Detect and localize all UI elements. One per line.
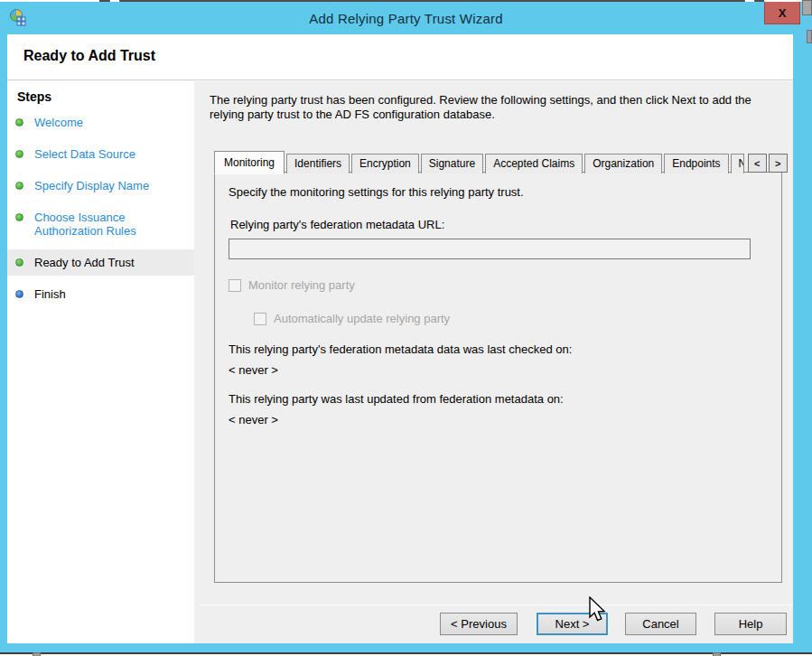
background-window-fragment — [802, 0, 812, 15]
step-done-icon — [15, 150, 23, 158]
step-done-icon — [15, 182, 23, 190]
window-title: Add Relying Party Trust Wizard — [0, 11, 812, 26]
step-done-icon — [15, 118, 23, 127]
last-checked-label: This relying party's federation metadata… — [229, 342, 572, 356]
tab-accepted-claims[interactable]: Accepted Claims — [485, 154, 583, 173]
wizard-dialog: Add Relying Party Trust Wizard X Ready t… — [0, 2, 812, 652]
page-title: Ready to Add Trust — [23, 48, 155, 64]
monitoring-intro: Specify the monitoring settings for this… — [229, 185, 524, 199]
tab-scroll-left-button[interactable]: < — [748, 154, 767, 173]
cancel-button[interactable]: Cancel — [625, 613, 696, 635]
monitor-relying-party-row: Monitor relying party — [229, 278, 355, 292]
step-label: Welcome — [34, 116, 83, 129]
button-bar-separator — [200, 604, 793, 605]
tab-scroll-right-button[interactable]: > — [769, 154, 788, 173]
tab-signature[interactable]: Signature — [421, 154, 483, 173]
tab-encryption[interactable]: Encryption — [351, 154, 419, 173]
step-label: Choose Issuance Authorization Rules — [34, 211, 189, 238]
step-done-icon — [15, 258, 23, 267]
step-label: Finish — [34, 287, 66, 301]
last-updated-value: < never > — [229, 413, 278, 426]
page-header: Ready to Add Trust — [7, 34, 793, 80]
step-done-icon — [15, 213, 23, 221]
steps-sidebar: Steps Welcome Select Data Source Specify… — [7, 81, 194, 643]
tab-endpoints[interactable]: Endpoints — [664, 154, 728, 173]
tab-notes-truncated[interactable]: N — [731, 154, 744, 173]
step-pending-icon — [15, 290, 23, 298]
step-item-welcome[interactable]: Welcome — [7, 109, 194, 136]
dialog-body: Ready to Add Trust Steps Welcome Select … — [7, 34, 793, 643]
auto-update-checkbox — [254, 313, 266, 325]
step-item-choose-issuance-authorization-rules[interactable]: Choose Issuance Authorization Rules — [7, 204, 194, 244]
step-label: Ready to Add Trust — [34, 256, 135, 269]
background-window-fragment — [713, 652, 721, 656]
checkbox-label: Automatically update relying party — [274, 312, 450, 325]
step-item-select-data-source[interactable]: Select Data Source — [7, 141, 194, 167]
auto-update-row: Automatically update relying party — [254, 312, 450, 325]
step-item-finish[interactable]: Finish — [7, 281, 194, 307]
tab-monitoring[interactable]: Monitoring — [214, 151, 285, 174]
properties-tabstrip: Monitoring Identifiers Encryption Signat… — [214, 151, 788, 173]
last-updated-label: This relying party was last updated from… — [229, 392, 564, 406]
metadata-url-label: Relying party's federation metadata URL: — [230, 218, 444, 231]
step-item-specify-display-name[interactable]: Specify Display Name — [7, 173, 194, 199]
background-window-fragment — [33, 652, 41, 656]
wizard-content: The relying party trust has been configu… — [194, 81, 793, 643]
step-item-ready-to-add-trust[interactable]: Ready to Add Trust — [7, 249, 194, 276]
background-window-edge — [0, 652, 812, 656]
checkbox-label: Monitor relying party — [248, 278, 355, 292]
steps-heading: Steps — [7, 81, 194, 104]
previous-button[interactable]: < Previous — [440, 613, 518, 635]
tab-organization[interactable]: Organization — [584, 154, 662, 173]
page-description: The relying party trust has been configu… — [210, 93, 779, 122]
metadata-url-input[interactable] — [229, 239, 751, 259]
step-label: Specify Display Name — [34, 179, 149, 192]
background-window-fragment — [807, 30, 812, 43]
help-button[interactable]: Help — [714, 613, 787, 635]
close-button[interactable]: X — [764, 2, 800, 24]
last-checked-value: < never > — [229, 363, 278, 377]
tab-identifiers[interactable]: Identifiers — [286, 154, 350, 173]
monitor-relying-party-checkbox — [229, 279, 241, 292]
monitoring-tab-panel: Specify the monitoring settings for this… — [214, 172, 782, 583]
title-bar[interactable]: Add Relying Party Trust Wizard X — [0, 2, 812, 34]
step-label: Select Data Source — [34, 147, 135, 161]
mouse-cursor — [587, 596, 607, 627]
adfs-icon — [9, 9, 27, 27]
